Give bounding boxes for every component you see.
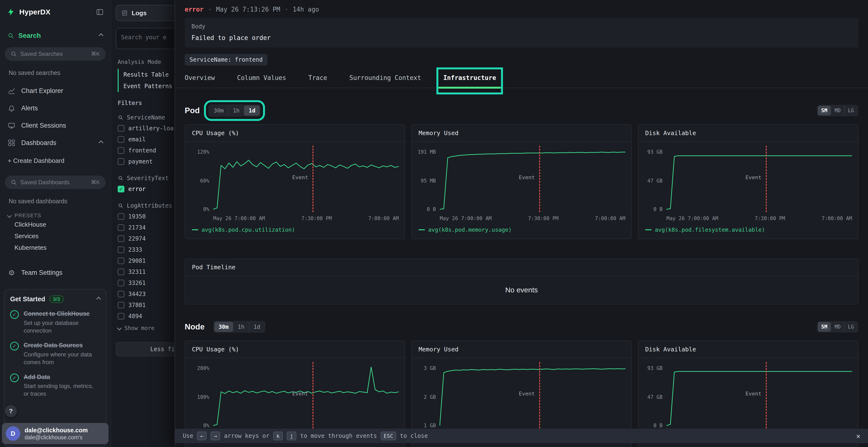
node-time-range-group[interactable]: 30m1h1d bbox=[213, 321, 266, 333]
chart-plot-area: 200% 100% 0% Event bbox=[185, 358, 405, 440]
tab-column-values[interactable]: Column Values bbox=[237, 74, 286, 88]
create-dashboard-button[interactable]: + Create Dashboard bbox=[0, 153, 111, 168]
preset-item-services[interactable]: Services bbox=[0, 230, 111, 242]
sidebar-item-alerts[interactable]: Alerts bbox=[0, 100, 111, 117]
preset-item-kubernetes[interactable]: Kubernetes bbox=[0, 242, 111, 253]
user-account-row[interactable]: D dale@clickhouse.com dale@clickhouse.co… bbox=[2, 423, 108, 444]
chart-title: Memory Used bbox=[412, 341, 631, 358]
collapse-sidebar-icon[interactable] bbox=[96, 8, 104, 16]
chart-icon bbox=[8, 87, 16, 95]
no-saved-dashboards-text: No saved dashboards bbox=[9, 198, 102, 205]
checkbox[interactable] bbox=[118, 280, 124, 286]
checkbox[interactable] bbox=[118, 257, 124, 264]
checkbox[interactable] bbox=[118, 313, 124, 319]
tab-trace[interactable]: Trace bbox=[308, 74, 327, 88]
task-subtitle: Set up your database connection bbox=[24, 319, 100, 335]
node-size-option-lg[interactable]: LG bbox=[844, 322, 858, 332]
x-axis-tick: 7:00:00 AM bbox=[368, 215, 399, 221]
checkbox[interactable] bbox=[118, 224, 124, 231]
service-name-tag[interactable]: ServiceName: frontend bbox=[185, 54, 268, 66]
pod-size-option-lg[interactable]: LG bbox=[844, 106, 858, 115]
hyperdx-logo-icon bbox=[7, 8, 16, 16]
grid-icon bbox=[8, 139, 16, 147]
saved-dashboards-input[interactable]: ⌘K bbox=[5, 176, 105, 189]
get-started-item[interactable]: ✓ Create Data Sources Configure where yo… bbox=[10, 341, 100, 366]
y-axis-tick: 60% bbox=[187, 178, 209, 184]
event-details-panel: error · May 26 7:13:26 PM · 14h ago Body… bbox=[175, 0, 868, 447]
chart-title: CPU Usage (%) bbox=[185, 125, 405, 142]
pod-range-option-1d[interactable]: 1d bbox=[244, 105, 260, 115]
j-key: j bbox=[287, 432, 296, 440]
get-started-item[interactable]: ✓ Connect to ClickHouse Set up your data… bbox=[10, 310, 100, 335]
gear-icon: ⚙ bbox=[7, 269, 16, 277]
x-axis-tick: 7:00:00 AM bbox=[595, 215, 625, 221]
pod-range-option-1h[interactable]: 1h bbox=[228, 105, 244, 115]
logo-row: HyperDX bbox=[0, 0, 111, 16]
pod-time-range-group[interactable]: 30m1h1d bbox=[208, 105, 261, 116]
event-marker-label: Event bbox=[745, 391, 762, 397]
legend-swatch-icon bbox=[645, 229, 651, 230]
checkbox[interactable] bbox=[118, 147, 124, 154]
node-range-option-30m[interactable]: 30m bbox=[214, 322, 233, 332]
saved-searches-field[interactable] bbox=[20, 50, 88, 57]
checkbox[interactable]: ✓ bbox=[118, 186, 124, 193]
pod-range-option-30m[interactable]: 30m bbox=[209, 105, 228, 115]
sidebar-item-chart-explorer[interactable]: Chart Explorer bbox=[0, 82, 111, 100]
sidebar-item-search[interactable]: Search bbox=[8, 32, 103, 39]
tab-surrounding-context[interactable]: Surrounding Context bbox=[349, 74, 421, 88]
check-circle-icon: ✓ bbox=[10, 310, 19, 319]
y-axis-tick: 0 B bbox=[414, 206, 436, 212]
get-started-title: Get Started bbox=[10, 296, 45, 303]
separator-dot: · bbox=[284, 6, 288, 13]
task-subtitle: Start sending logs, metrics, or traces bbox=[24, 382, 100, 398]
chart-plot-area: 120% 60% 0% Event May 26 7:00:00 AM 7:30… bbox=[185, 142, 405, 224]
pod-chart-size-group[interactable]: SMMDLG bbox=[817, 105, 858, 116]
saved-dashboards-field[interactable] bbox=[20, 179, 88, 186]
node-chart-size-group[interactable]: SMMDLG bbox=[817, 321, 858, 333]
y-axis-tick: 1 GB bbox=[414, 423, 436, 428]
checkbox[interactable] bbox=[118, 213, 124, 220]
node-range-option-1h[interactable]: 1h bbox=[233, 322, 249, 332]
hint-suffix: to close bbox=[400, 433, 428, 439]
sidebar-item-dashboards[interactable]: Dashboards bbox=[0, 134, 111, 151]
y-axis-tick: 95 MB bbox=[414, 178, 436, 184]
sidebar-item-team-settings[interactable]: ⚙ Team Settings bbox=[0, 265, 111, 280]
x-axis-tick: 7:30:00 PM bbox=[301, 215, 332, 221]
checkbox[interactable] bbox=[118, 125, 124, 132]
presets-label: PRESETS bbox=[14, 212, 41, 219]
node-range-option-1d[interactable]: 1d bbox=[249, 322, 265, 332]
chart-plot-area: 191 MB 95 MB 0 B Event May 26 7:00:00 AM… bbox=[412, 142, 631, 224]
saved-searches-input[interactable]: ⌘K bbox=[5, 47, 105, 61]
no-saved-searches-text: No saved searches bbox=[9, 69, 102, 76]
pod-size-option-sm[interactable]: SM bbox=[818, 106, 831, 115]
preset-item-clickhouse[interactable]: ClickHouse bbox=[0, 219, 111, 230]
get-started-item[interactable]: ✓ Add Data Start sending logs, metrics, … bbox=[10, 373, 100, 398]
checkbox[interactable] bbox=[118, 302, 124, 309]
chart-legend-label: avg(k8s.pod.cpu.utilization) bbox=[202, 227, 295, 233]
chart-plot-area: 3 GB 2 GB 1 GB Event bbox=[412, 358, 631, 440]
event-marker-label: Event bbox=[292, 391, 308, 397]
event-marker-line bbox=[312, 362, 313, 428]
tab-infrastructure[interactable]: Infrastructure bbox=[443, 74, 496, 88]
event-marker-line bbox=[312, 146, 313, 212]
node-size-option-sm[interactable]: SM bbox=[818, 322, 831, 332]
progress-badge: 3/3 bbox=[49, 295, 64, 303]
checkbox[interactable] bbox=[118, 136, 124, 143]
x-axis-tick: May 26 7:00:00 AM bbox=[213, 215, 265, 221]
checkbox[interactable] bbox=[118, 235, 124, 242]
checkbox[interactable] bbox=[118, 158, 124, 165]
user-email: dale@clickhouse.com bbox=[25, 426, 88, 434]
node-size-option-md[interactable]: MD bbox=[831, 322, 844, 332]
tab-overview[interactable]: Overview bbox=[185, 74, 215, 88]
checkbox[interactable] bbox=[118, 246, 124, 253]
checkbox[interactable] bbox=[118, 269, 124, 275]
pod-size-option-md[interactable]: MD bbox=[831, 106, 844, 115]
sidebar-item-client-sessions[interactable]: Client Sessions bbox=[0, 117, 111, 134]
get-started-header[interactable]: Get Started 3/3 bbox=[10, 295, 100, 303]
help-button[interactable]: ? bbox=[5, 405, 17, 417]
hint-prefix: Use bbox=[183, 433, 193, 439]
close-icon[interactable]: ✕ bbox=[856, 432, 860, 440]
checkbox[interactable] bbox=[118, 291, 124, 298]
presets-toggle[interactable]: PRESETS bbox=[8, 212, 103, 219]
y-axis-tick: 120% bbox=[187, 149, 209, 155]
